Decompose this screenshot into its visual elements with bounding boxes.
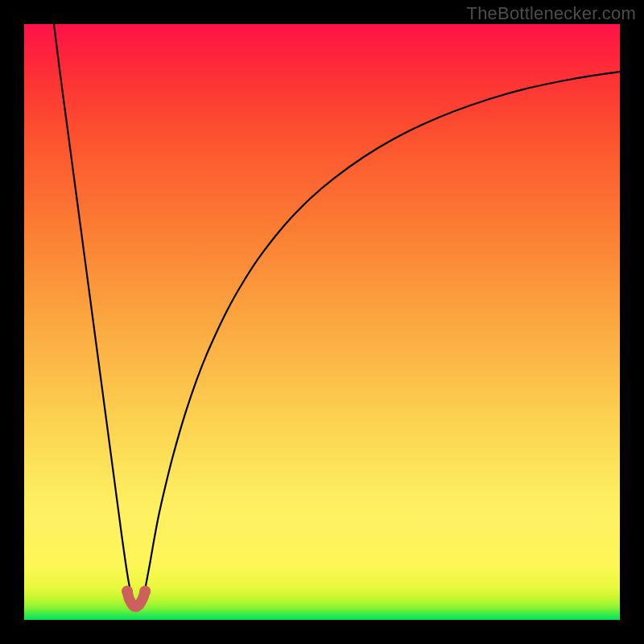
plot-area: [24, 24, 620, 620]
trough-end-dot: [122, 585, 133, 597]
trough-end-dot: [139, 585, 151, 597]
plot-svg: [24, 24, 620, 620]
chart-frame: TheBottlenecker.com: [0, 0, 644, 644]
gradient-background: [24, 24, 620, 620]
watermark-text: TheBottlenecker.com: [467, 3, 636, 24]
